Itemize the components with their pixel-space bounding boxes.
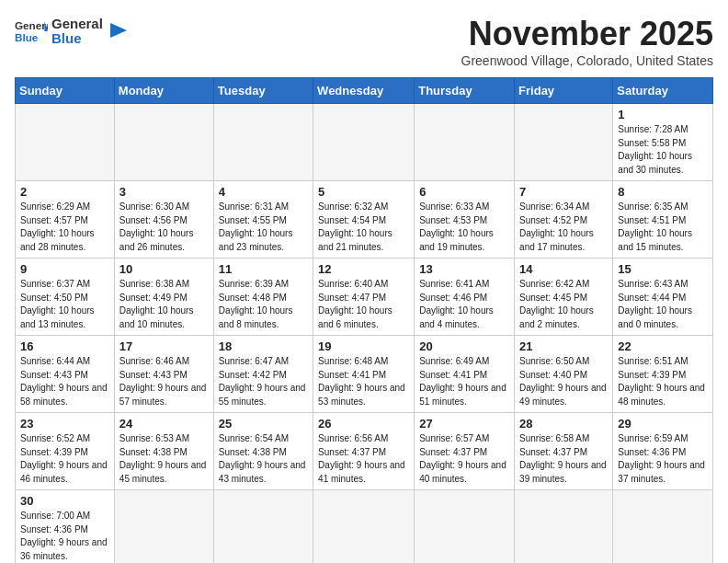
calendar-cell: 8Sunrise: 6:35 AM Sunset: 4:51 PM Daylig… bbox=[613, 181, 713, 259]
calendar-cell: 2Sunrise: 6:29 AM Sunset: 4:57 PM Daylig… bbox=[16, 181, 115, 259]
day-info: Sunrise: 6:41 AM Sunset: 4:46 PM Dayligh… bbox=[419, 278, 509, 331]
weekday-header-tuesday: Tuesday bbox=[213, 78, 313, 104]
calendar-cell: 12Sunrise: 6:40 AM Sunset: 4:47 PM Dayli… bbox=[313, 259, 415, 336]
day-number: 25 bbox=[219, 417, 308, 431]
calendar-week-row-4: 23Sunrise: 6:52 AM Sunset: 4:39 PM Dayli… bbox=[16, 413, 713, 490]
day-info: Sunrise: 6:46 AM Sunset: 4:43 PM Dayligh… bbox=[119, 355, 209, 408]
day-info: Sunrise: 6:35 AM Sunset: 4:51 PM Dayligh… bbox=[618, 201, 708, 254]
weekday-header-thursday: Thursday bbox=[415, 78, 515, 104]
weekday-header-friday: Friday bbox=[515, 78, 613, 104]
day-info: Sunrise: 6:42 AM Sunset: 4:45 PM Dayligh… bbox=[519, 278, 608, 331]
day-info: Sunrise: 6:59 AM Sunset: 4:36 PM Dayligh… bbox=[618, 432, 708, 486]
calendar-cell: 29Sunrise: 6:59 AM Sunset: 4:36 PM Dayli… bbox=[613, 413, 713, 490]
day-info: Sunrise: 6:37 AM Sunset: 4:50 PM Dayligh… bbox=[20, 278, 109, 331]
weekday-header-saturday: Saturday bbox=[613, 78, 713, 104]
calendar-cell bbox=[313, 104, 415, 181]
day-number: 15 bbox=[618, 262, 708, 276]
calendar-cell bbox=[114, 490, 213, 564]
svg-text:Blue: Blue bbox=[15, 31, 39, 43]
svg-text:General: General bbox=[15, 19, 48, 31]
day-number: 8 bbox=[618, 185, 708, 199]
day-info: Sunrise: 6:50 AM Sunset: 4:40 PM Dayligh… bbox=[519, 355, 608, 408]
day-info: Sunrise: 6:54 AM Sunset: 4:38 PM Dayligh… bbox=[219, 432, 308, 486]
day-info: Sunrise: 6:29 AM Sunset: 4:57 PM Dayligh… bbox=[20, 201, 109, 254]
calendar-cell: 11Sunrise: 6:39 AM Sunset: 4:48 PM Dayli… bbox=[213, 259, 313, 336]
calendar-cell: 15Sunrise: 6:43 AM Sunset: 4:44 PM Dayli… bbox=[613, 259, 713, 336]
day-info: Sunrise: 6:53 AM Sunset: 4:38 PM Dayligh… bbox=[119, 432, 209, 486]
calendar-cell bbox=[613, 490, 713, 564]
day-number: 9 bbox=[20, 262, 109, 276]
calendar-cell bbox=[213, 104, 313, 181]
calendar-cell: 16Sunrise: 6:44 AM Sunset: 4:43 PM Dayli… bbox=[16, 336, 115, 413]
logo: General Blue General Blue bbox=[15, 15, 129, 48]
calendar-cell: 21Sunrise: 6:50 AM Sunset: 4:40 PM Dayli… bbox=[515, 336, 613, 413]
day-number: 2 bbox=[20, 185, 109, 199]
day-info: Sunrise: 6:56 AM Sunset: 4:37 PM Dayligh… bbox=[318, 432, 409, 486]
day-number: 23 bbox=[20, 417, 109, 431]
day-info: Sunrise: 6:49 AM Sunset: 4:41 PM Dayligh… bbox=[419, 355, 509, 408]
calendar-cell: 1Sunrise: 7:28 AM Sunset: 5:58 PM Daylig… bbox=[613, 104, 713, 181]
calendar-cell bbox=[415, 490, 515, 564]
month-title: November 2025 bbox=[461, 15, 713, 53]
calendar-cell: 26Sunrise: 6:56 AM Sunset: 4:37 PM Dayli… bbox=[313, 413, 415, 490]
calendar-cell: 18Sunrise: 6:47 AM Sunset: 4:42 PM Dayli… bbox=[213, 336, 313, 413]
day-number: 30 bbox=[20, 494, 109, 508]
day-info: Sunrise: 6:32 AM Sunset: 4:54 PM Dayligh… bbox=[318, 201, 409, 254]
day-number: 21 bbox=[519, 339, 608, 353]
calendar-cell: 17Sunrise: 6:46 AM Sunset: 4:43 PM Dayli… bbox=[114, 336, 213, 413]
logo-blue-text: Blue bbox=[51, 31, 103, 47]
day-number: 27 bbox=[419, 417, 509, 431]
calendar-cell bbox=[114, 104, 213, 181]
calendar-cell: 19Sunrise: 6:48 AM Sunset: 4:41 PM Dayli… bbox=[313, 336, 415, 413]
header: General Blue General Blue November 2025 … bbox=[15, 15, 713, 68]
calendar-cell: 4Sunrise: 6:31 AM Sunset: 4:55 PM Daylig… bbox=[213, 181, 313, 259]
logo-flag-icon bbox=[108, 21, 129, 41]
day-number: 16 bbox=[20, 339, 109, 353]
day-number: 26 bbox=[318, 417, 409, 431]
day-info: Sunrise: 6:38 AM Sunset: 4:49 PM Dayligh… bbox=[119, 278, 209, 331]
weekday-header-row: SundayMondayTuesdayWednesdayThursdayFrid… bbox=[16, 78, 713, 104]
weekday-header-monday: Monday bbox=[114, 78, 213, 104]
day-info: Sunrise: 6:40 AM Sunset: 4:47 PM Dayligh… bbox=[318, 278, 409, 331]
calendar-cell: 30Sunrise: 7:00 AM Sunset: 4:36 PM Dayli… bbox=[16, 490, 115, 564]
day-info: Sunrise: 7:00 AM Sunset: 4:36 PM Dayligh… bbox=[20, 510, 109, 563]
day-number: 7 bbox=[519, 185, 608, 199]
day-info: Sunrise: 7:28 AM Sunset: 5:58 PM Dayligh… bbox=[618, 123, 708, 177]
day-info: Sunrise: 6:39 AM Sunset: 4:48 PM Dayligh… bbox=[219, 278, 308, 331]
day-number: 11 bbox=[219, 262, 308, 276]
calendar-cell: 6Sunrise: 6:33 AM Sunset: 4:53 PM Daylig… bbox=[415, 181, 515, 259]
day-info: Sunrise: 6:30 AM Sunset: 4:56 PM Dayligh… bbox=[119, 201, 209, 254]
calendar-cell bbox=[213, 490, 313, 564]
day-info: Sunrise: 6:33 AM Sunset: 4:53 PM Dayligh… bbox=[419, 201, 509, 254]
day-number: 18 bbox=[219, 339, 308, 353]
day-info: Sunrise: 6:51 AM Sunset: 4:39 PM Dayligh… bbox=[618, 355, 708, 408]
day-number: 29 bbox=[618, 417, 708, 431]
calendar-cell: 9Sunrise: 6:37 AM Sunset: 4:50 PM Daylig… bbox=[16, 259, 115, 336]
calendar-cell: 22Sunrise: 6:51 AM Sunset: 4:39 PM Dayli… bbox=[613, 336, 713, 413]
calendar-cell bbox=[515, 490, 613, 564]
day-number: 6 bbox=[419, 185, 509, 199]
day-info: Sunrise: 6:57 AM Sunset: 4:37 PM Dayligh… bbox=[419, 432, 509, 486]
location-subtitle: Greenwood Village, Colorado, United Stat… bbox=[461, 53, 713, 68]
day-number: 12 bbox=[318, 262, 409, 276]
calendar-week-row-1: 2Sunrise: 6:29 AM Sunset: 4:57 PM Daylig… bbox=[16, 181, 713, 259]
day-info: Sunrise: 6:47 AM Sunset: 4:42 PM Dayligh… bbox=[219, 355, 308, 408]
day-number: 20 bbox=[419, 339, 509, 353]
weekday-header-wednesday: Wednesday bbox=[313, 78, 415, 104]
day-info: Sunrise: 6:43 AM Sunset: 4:44 PM Dayligh… bbox=[618, 278, 708, 331]
day-info: Sunrise: 6:34 AM Sunset: 4:52 PM Dayligh… bbox=[519, 201, 608, 254]
calendar-cell bbox=[313, 490, 415, 564]
day-info: Sunrise: 6:58 AM Sunset: 4:37 PM Dayligh… bbox=[519, 432, 608, 486]
calendar-week-row-5: 30Sunrise: 7:00 AM Sunset: 4:36 PM Dayli… bbox=[16, 490, 713, 564]
day-info: Sunrise: 6:31 AM Sunset: 4:55 PM Dayligh… bbox=[219, 201, 308, 254]
day-number: 4 bbox=[219, 185, 308, 199]
calendar-cell: 14Sunrise: 6:42 AM Sunset: 4:45 PM Dayli… bbox=[515, 259, 613, 336]
calendar-cell bbox=[515, 104, 613, 181]
calendar-week-row-3: 16Sunrise: 6:44 AM Sunset: 4:43 PM Dayli… bbox=[16, 336, 713, 413]
calendar-cell bbox=[16, 104, 115, 181]
day-number: 13 bbox=[419, 262, 509, 276]
calendar-cell: 23Sunrise: 6:52 AM Sunset: 4:39 PM Dayli… bbox=[16, 413, 115, 490]
day-number: 19 bbox=[318, 339, 409, 353]
day-number: 28 bbox=[519, 417, 608, 431]
svg-marker-3 bbox=[110, 23, 127, 38]
